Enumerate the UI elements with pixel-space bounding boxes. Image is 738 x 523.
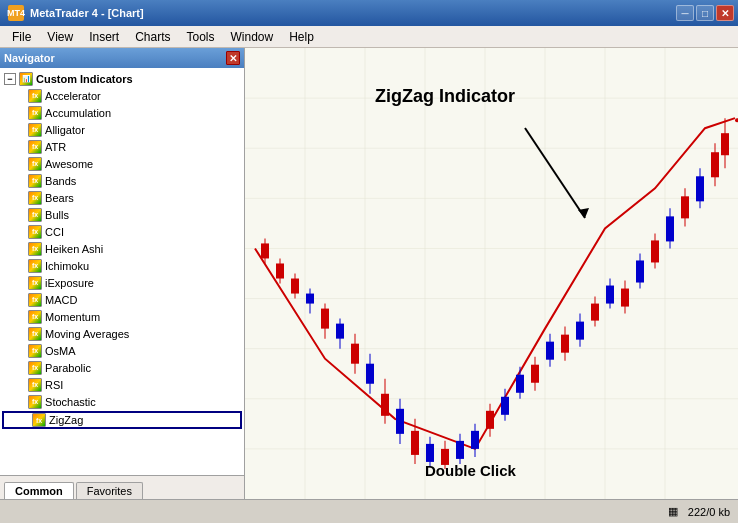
- menu-insert[interactable]: Insert: [81, 28, 127, 46]
- svg-rect-35: [396, 409, 404, 434]
- navigator-title: Navigator: [4, 52, 55, 64]
- indicator-icon: fx: [28, 208, 42, 222]
- svg-rect-53: [531, 365, 539, 383]
- tree-item-bears[interactable]: fx Bears: [0, 189, 244, 206]
- indicator-icon: fx: [28, 344, 42, 358]
- tree-item-rsi[interactable]: fx RSI: [0, 376, 244, 393]
- svg-rect-69: [651, 240, 659, 262]
- svg-rect-41: [441, 449, 449, 465]
- tree-item-bands[interactable]: fx Bands: [0, 172, 244, 189]
- tree-item-iexposure[interactable]: fx iExposure: [0, 274, 244, 291]
- indicator-icon: fx: [28, 225, 42, 239]
- tree-item-accumulation[interactable]: fx Accumulation: [0, 104, 244, 121]
- menu-file[interactable]: File: [4, 28, 39, 46]
- svg-rect-61: [591, 304, 599, 321]
- tree-item-heiken-ashi[interactable]: fx Heiken Ashi: [0, 240, 244, 257]
- chart-area[interactable]: ZigZag Indicator Double Click: [245, 48, 738, 499]
- indicator-icon: fx: [28, 157, 42, 171]
- tree-item-accelerator[interactable]: fx Accelerator: [0, 87, 244, 104]
- indicator-icon: fx: [28, 395, 42, 409]
- menu-view[interactable]: View: [39, 28, 81, 46]
- root-label: Custom Indicators: [36, 73, 133, 85]
- menu-help[interactable]: Help: [281, 28, 322, 46]
- tree-item-awesome[interactable]: fx Awesome: [0, 155, 244, 172]
- svg-rect-79: [721, 133, 729, 155]
- svg-rect-55: [546, 342, 554, 360]
- menu-tools[interactable]: Tools: [179, 28, 223, 46]
- tab-common[interactable]: Common: [4, 482, 74, 499]
- tree-item-macd[interactable]: fx MACD: [0, 291, 244, 308]
- minimize-button[interactable]: ─: [676, 5, 694, 21]
- title-bar: MT4 MetaTrader 4 - [Chart] ─ □ ✕: [0, 0, 738, 26]
- navigator-close-button[interactable]: ✕: [226, 51, 240, 65]
- svg-rect-63: [606, 286, 614, 304]
- expand-icon[interactable]: −: [4, 73, 16, 85]
- navigator-tabs: Common Favorites: [0, 475, 244, 499]
- tree-item-ichimoku[interactable]: fx Ichimoku: [0, 257, 244, 274]
- indicator-icon: fx: [28, 89, 42, 103]
- tree-item-stochastic[interactable]: fx Stochastic: [0, 393, 244, 410]
- svg-rect-51: [516, 375, 524, 393]
- indicator-icon: fx: [28, 361, 42, 375]
- main-layout: Navigator ✕ − 📊 Custom Indicators fx Acc…: [0, 48, 738, 499]
- svg-rect-31: [366, 364, 374, 384]
- svg-rect-45: [471, 431, 479, 449]
- tree-root-custom-indicators[interactable]: − 📊 Custom Indicators: [0, 70, 244, 87]
- menu-window[interactable]: Window: [223, 28, 282, 46]
- svg-rect-19: [276, 263, 284, 278]
- tree-item-moving-averages[interactable]: fx Moving Averages: [0, 325, 244, 342]
- tree-item-atr[interactable]: fx ATR: [0, 138, 244, 155]
- indicator-icon: fx: [28, 242, 42, 256]
- indicator-icon: fx: [28, 378, 42, 392]
- tree-item-cci[interactable]: fx CCI: [0, 223, 244, 240]
- navigator-header: Navigator ✕: [0, 48, 244, 68]
- svg-rect-57: [561, 335, 569, 353]
- svg-rect-43: [456, 441, 464, 459]
- indicator-icon: fx: [28, 140, 42, 154]
- tree-item-parabolic[interactable]: fx Parabolic: [0, 359, 244, 376]
- status-bar: ▦ 222/0 kb: [0, 499, 738, 523]
- folder-icon: 📊: [19, 72, 33, 86]
- indicator-icon: fx: [28, 276, 42, 290]
- menu-bar: File View Insert Charts Tools Window Hel…: [0, 26, 738, 48]
- chart-svg: [245, 48, 738, 499]
- svg-rect-21: [291, 279, 299, 294]
- indicator-icon: fx: [28, 293, 42, 307]
- menu-charts[interactable]: Charts: [127, 28, 178, 46]
- app-title: MetaTrader 4 - [Chart]: [30, 7, 144, 19]
- indicator-icon: fx: [28, 327, 42, 341]
- tree-item-zigzag[interactable]: fx ZigZag: [2, 411, 242, 429]
- title-bar-title: MT4 MetaTrader 4 - [Chart]: [8, 5, 144, 21]
- svg-rect-25: [321, 309, 329, 329]
- svg-rect-67: [636, 260, 644, 282]
- indicator-icon: fx: [28, 259, 42, 273]
- indicator-icon: fx: [28, 106, 42, 120]
- indicator-icon: fx: [28, 310, 42, 324]
- svg-rect-65: [621, 289, 629, 307]
- svg-rect-23: [306, 294, 314, 304]
- tree-item-momentum[interactable]: fx Momentum: [0, 308, 244, 325]
- svg-rect-33: [381, 394, 389, 416]
- tab-favorites[interactable]: Favorites: [76, 482, 143, 499]
- navigator-panel: Navigator ✕ − 📊 Custom Indicators fx Acc…: [0, 48, 245, 499]
- svg-rect-77: [711, 152, 719, 177]
- navigator-tree[interactable]: − 📊 Custom Indicators fx Accelerator fx …: [0, 68, 244, 475]
- svg-rect-47: [486, 411, 494, 429]
- indicator-icon: fx: [28, 174, 42, 188]
- close-button[interactable]: ✕: [716, 5, 734, 21]
- indicator-icon: fx: [32, 413, 46, 427]
- svg-rect-49: [501, 397, 509, 415]
- memory-status: 222/0 kb: [688, 506, 730, 518]
- tree-item-bulls[interactable]: fx Bulls: [0, 206, 244, 223]
- svg-rect-73: [681, 196, 689, 218]
- svg-rect-0: [245, 48, 738, 499]
- tree-item-alligator[interactable]: fx Alligator: [0, 121, 244, 138]
- svg-rect-39: [426, 444, 434, 462]
- svg-rect-37: [411, 431, 419, 455]
- tree-item-osma[interactable]: fx OsMA: [0, 342, 244, 359]
- svg-rect-29: [351, 344, 359, 364]
- maximize-button[interactable]: □: [696, 5, 714, 21]
- title-bar-controls: ─ □ ✕: [676, 5, 734, 21]
- svg-rect-59: [576, 322, 584, 340]
- svg-rect-27: [336, 324, 344, 339]
